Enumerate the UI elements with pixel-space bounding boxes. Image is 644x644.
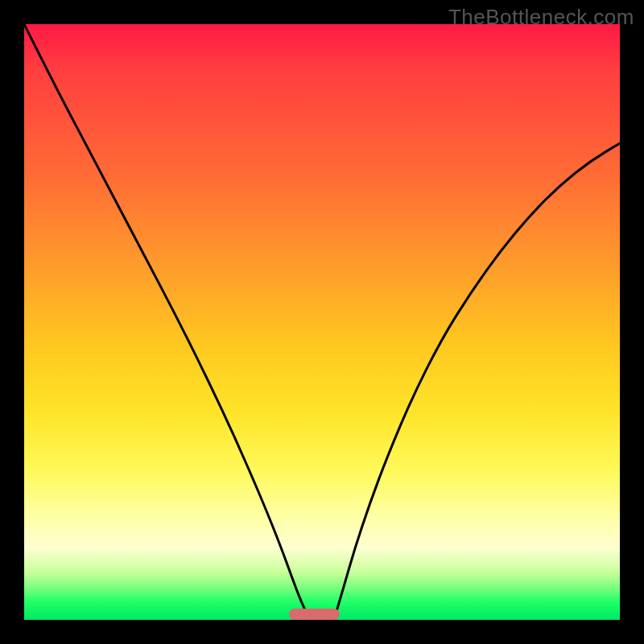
- curves-layer: [24, 24, 620, 620]
- curve-left: [24, 24, 310, 620]
- bottleneck-marker: [289, 609, 340, 620]
- watermark-text: TheBottleneck.com: [448, 5, 634, 30]
- plot-area: [24, 24, 620, 620]
- bottleneck-chart: TheBottleneck.com: [0, 0, 644, 644]
- curve-right: [334, 143, 620, 620]
